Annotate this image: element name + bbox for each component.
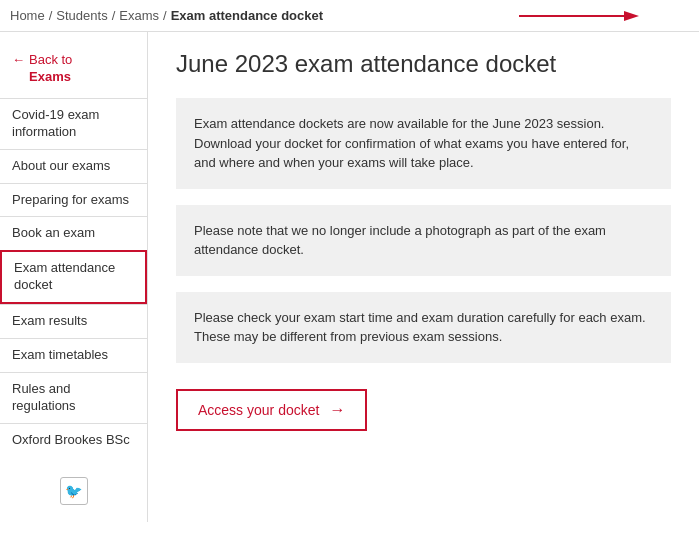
sidebar-link-rules[interactable]: Rules and regulations: [0, 373, 147, 423]
sidebar-item-about[interactable]: About our exams: [0, 149, 147, 183]
access-docket-arrow-icon: →: [329, 401, 345, 419]
page-title: June 2023 exam attendance docket: [176, 50, 671, 78]
main-layout: ← Back to Exams Covid-19 exam informatio…: [0, 32, 699, 522]
sidebar-item-covid[interactable]: Covid-19 exam information: [0, 98, 147, 149]
breadcrumb-home[interactable]: Home: [10, 8, 45, 23]
breadcrumb-exams[interactable]: Exams: [119, 8, 159, 23]
info-block-2: Please note that we no longer include a …: [176, 205, 671, 276]
sidebar-link-book[interactable]: Book an exam: [0, 217, 147, 250]
sidebar-item-docket[interactable]: Exam attendance docket: [0, 250, 147, 304]
info-block-3: Please check your exam start time and ex…: [176, 292, 671, 363]
sidebar-item-preparing[interactable]: Preparing for exams: [0, 183, 147, 217]
sidebar-link-oxford[interactable]: Oxford Brookes BSc: [0, 424, 147, 457]
sidebar-twitter: 🐦: [0, 457, 147, 515]
info-text-1: Exam attendance dockets are now availabl…: [194, 114, 653, 173]
sidebar-link-docket[interactable]: Exam attendance docket: [2, 252, 145, 302]
sidebar: ← Back to Exams Covid-19 exam informatio…: [0, 32, 148, 522]
breadcrumb-current: Exam attendance docket: [171, 8, 323, 23]
sidebar-link-about[interactable]: About our exams: [0, 150, 147, 183]
sidebar-link-preparing[interactable]: Preparing for exams: [0, 184, 147, 217]
info-text-3: Please check your exam start time and ex…: [194, 308, 653, 347]
breadcrumb-students[interactable]: Students: [56, 8, 107, 23]
back-to-exams-link[interactable]: ← Back to Exams: [0, 42, 147, 98]
sidebar-item-book[interactable]: Book an exam: [0, 216, 147, 250]
back-link-text: Back to Exams: [29, 52, 72, 84]
exams-label: Exams: [29, 69, 72, 84]
sidebar-link-results[interactable]: Exam results: [0, 305, 147, 338]
sidebar-nav: Covid-19 exam information About our exam…: [0, 98, 147, 457]
sidebar-item-oxford[interactable]: Oxford Brookes BSc: [0, 423, 147, 457]
info-block-1: Exam attendance dockets are now availabl…: [176, 98, 671, 189]
main-content: June 2023 exam attendance docket Exam at…: [148, 32, 699, 522]
access-docket-button[interactable]: Access your docket →: [176, 389, 367, 431]
sidebar-link-covid[interactable]: Covid-19 exam information: [0, 99, 147, 149]
back-arrow-icon: ←: [12, 52, 25, 67]
breadcrumb: Home / Students / Exams / Exam attendanc…: [0, 0, 699, 32]
breadcrumb-sep3: /: [163, 8, 167, 23]
breadcrumb-sep1: /: [49, 8, 53, 23]
svg-marker-1: [624, 11, 639, 21]
sidebar-link-timetables[interactable]: Exam timetables: [0, 339, 147, 372]
info-text-2: Please note that we no longer include a …: [194, 221, 653, 260]
sidebar-item-rules[interactable]: Rules and regulations: [0, 372, 147, 423]
twitter-icon[interactable]: 🐦: [60, 477, 88, 505]
access-docket-label: Access your docket: [198, 402, 319, 418]
sidebar-item-timetables[interactable]: Exam timetables: [0, 338, 147, 372]
breadcrumb-annotation-arrow: [519, 6, 639, 26]
sidebar-item-results[interactable]: Exam results: [0, 304, 147, 338]
back-to-label: Back to: [29, 52, 72, 69]
breadcrumb-sep2: /: [112, 8, 116, 23]
